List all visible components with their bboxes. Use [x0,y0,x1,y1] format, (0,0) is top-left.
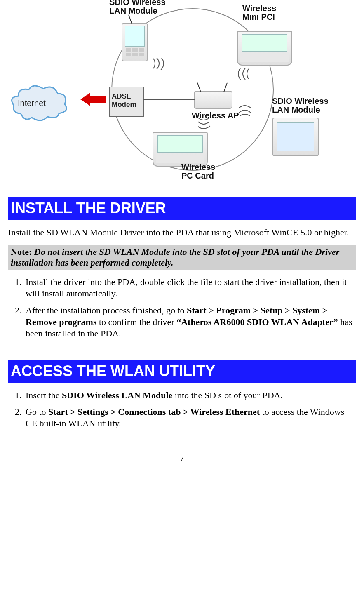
network-diagram: Internet ADSL Modem [8,0,356,186]
pda-device-icon [122,23,148,61]
wireless-ap-label: Wireless AP [192,111,239,120]
internet-label: Internet [18,99,46,108]
pc-card-laptop-icon [153,132,208,167]
install-step-2-part-a: After the installation process finished,… [26,305,187,315]
arrow-icon [80,93,106,106]
install-intro: Install the SD WLAN Module Driver into t… [8,227,356,238]
adsl-modem-label: ADSL Modem [112,92,143,108]
access-step-1-part-a: Insert the [26,390,62,400]
wifi-signal-icon [153,58,169,70]
note-label: Note: [11,247,32,257]
install-step-2-driver: “Atheros AR6000 SDIO WLAN Adapter” [176,317,338,327]
page-number: 7 [8,454,356,463]
note-body: Do not insert the SD WLAN Module into th… [11,247,339,268]
laptop-device-icon [237,31,292,66]
wifi-signal-icon [233,68,249,80]
access-step-1-module: SDIO Wireless LAN Module [62,390,172,400]
svg-marker-0 [80,93,106,106]
install-step-2: After the installation process finished,… [24,305,356,339]
install-step-1: Install the driver into the PDA, double … [24,276,356,299]
pc-card-label: Wireless PC Card [181,163,215,180]
access-step-1-part-c: into the SD slot of your PDA. [172,390,283,400]
access-steps-list: Insert the SDIO Wireless LAN Module into… [8,390,356,429]
wifi-signal-icon [239,105,256,118]
ethernet-link-icon [143,97,195,102]
adsl-modem-box: ADSL Modem [109,87,144,117]
access-step-1: Insert the SDIO Wireless LAN Module into… [24,390,356,401]
mini-pci-label: Wireless Mini PCI [242,4,276,21]
internet-cloud: Internet [10,85,68,122]
install-note: Note: Do not insert the SD WLAN Module i… [8,245,356,271]
install-step-2-part-c: to confirm the driver [97,317,177,327]
tablet-device-icon [272,118,319,156]
access-heading: ACCESS THE WLAN UTILITY [8,360,356,383]
sdio-pda-label: SDIO Wireless LAN Module [109,0,166,15]
access-step-2-part-a: Go to [26,407,48,417]
wireless-ap-icon [194,91,232,109]
access-step-2-path: Start > Settings > Connections tab > Wir… [48,407,260,417]
sdio-tablet-label: SDIO Wireless LAN Module [272,97,329,114]
install-steps-list: Install the driver into the PDA, double … [8,276,356,339]
access-step-2: Go to Start > Settings > Connections tab… [24,406,356,429]
install-heading: INSTALL THE DRIVER [8,197,356,220]
